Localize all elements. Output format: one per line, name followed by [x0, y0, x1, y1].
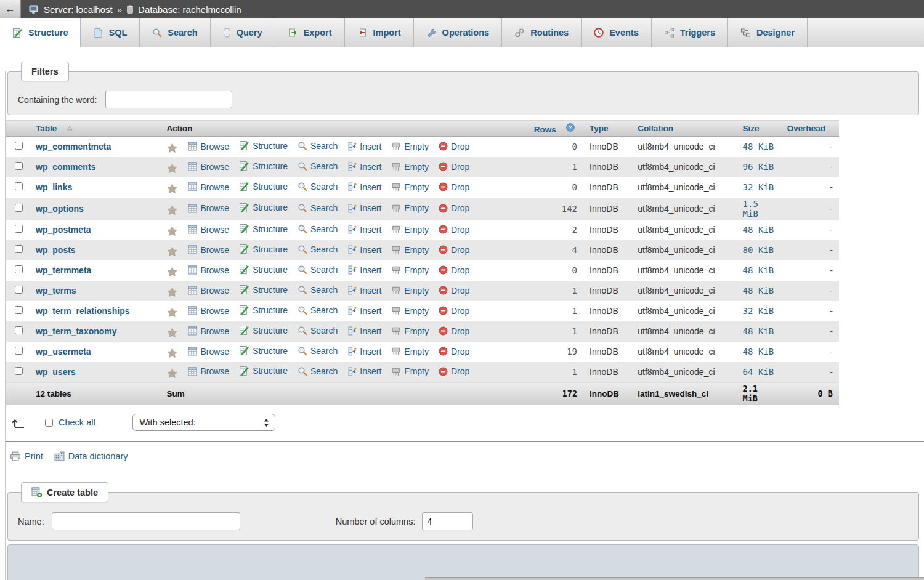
- structure-action-link[interactable]: Structure: [239, 244, 288, 254]
- row-checkbox[interactable]: [15, 162, 23, 170]
- sort-type-header[interactable]: Type: [590, 124, 609, 133]
- insert-action-link[interactable]: Insert: [347, 245, 381, 255]
- data-dictionary-link[interactable]: Data dictionary: [54, 451, 128, 461]
- empty-action-link[interactable]: Empty: [391, 286, 429, 296]
- favorite-star-icon[interactable]: [167, 205, 177, 215]
- favorite-star-icon[interactable]: [167, 163, 177, 173]
- row-checkbox[interactable]: [15, 204, 23, 212]
- sort-table-header[interactable]: Table: [36, 124, 57, 133]
- structure-action-link[interactable]: Structure: [239, 224, 288, 234]
- tab-search[interactable]: Search: [140, 18, 210, 47]
- drop-action-link[interactable]: Drop: [439, 225, 469, 235]
- sort-rows-header[interactable]: Rows: [534, 125, 556, 134]
- search-action-link[interactable]: Search: [298, 161, 338, 171]
- drop-action-link[interactable]: Drop: [439, 306, 469, 316]
- browse-action-link[interactable]: Browse: [188, 326, 229, 336]
- empty-action-link[interactable]: Empty: [391, 306, 429, 316]
- tab-structure[interactable]: Structure: [0, 18, 81, 47]
- empty-action-link[interactable]: Empty: [391, 182, 429, 192]
- tab-operations[interactable]: Operations: [414, 18, 503, 47]
- table-name-link[interactable]: wp_postmeta: [36, 225, 91, 235]
- search-action-link[interactable]: Search: [298, 224, 338, 234]
- insert-action-link[interactable]: Insert: [347, 162, 381, 172]
- favorite-star-icon[interactable]: [167, 328, 177, 337]
- empty-action-link[interactable]: Empty: [391, 225, 429, 235]
- table-name-link[interactable]: wp_comments: [36, 162, 95, 172]
- row-checkbox[interactable]: [15, 182, 23, 190]
- empty-action-link[interactable]: Empty: [391, 265, 429, 275]
- row-checkbox[interactable]: [15, 326, 23, 334]
- browse-action-link[interactable]: Browse: [188, 182, 229, 192]
- row-checkbox[interactable]: [15, 306, 23, 314]
- browse-action-link[interactable]: Browse: [188, 265, 229, 275]
- insert-action-link[interactable]: Insert: [347, 203, 381, 213]
- insert-action-link[interactable]: Insert: [347, 306, 381, 316]
- tab-events[interactable]: Events: [582, 18, 652, 47]
- browse-action-link[interactable]: Browse: [188, 225, 229, 235]
- favorite-star-icon[interactable]: [167, 307, 177, 317]
- breadcrumb-server-link[interactable]: Server: localhost: [44, 4, 113, 15]
- drop-action-link[interactable]: Drop: [439, 245, 469, 255]
- breadcrumb-database-link[interactable]: Database: rachelmccollin: [138, 4, 241, 15]
- row-checkbox[interactable]: [15, 265, 23, 273]
- structure-action-link[interactable]: Structure: [239, 181, 288, 191]
- browse-action-link[interactable]: Browse: [188, 366, 229, 376]
- sort-size-header[interactable]: Size: [743, 124, 760, 133]
- tab-import[interactable]: Import: [345, 18, 414, 47]
- tab-sql[interactable]: SQL: [81, 18, 140, 47]
- search-action-link[interactable]: Search: [298, 141, 338, 151]
- favorite-star-icon[interactable]: [167, 348, 177, 358]
- structure-action-link[interactable]: Structure: [239, 284, 288, 295]
- browse-action-link[interactable]: Browse: [188, 286, 229, 296]
- tab-query[interactable]: Query: [211, 18, 275, 47]
- row-checkbox[interactable]: [15, 142, 23, 150]
- drop-action-link[interactable]: Drop: [439, 162, 469, 172]
- table-name-input[interactable]: [52, 512, 240, 530]
- favorite-star-icon[interactable]: [167, 368, 177, 378]
- empty-action-link[interactable]: Empty: [391, 326, 429, 336]
- insert-action-link[interactable]: Insert: [347, 142, 381, 151]
- tab-routines[interactable]: Routines: [502, 18, 582, 47]
- empty-action-link[interactable]: Empty: [391, 142, 429, 151]
- empty-action-link[interactable]: Empty: [391, 347, 429, 356]
- row-checkbox[interactable]: [15, 286, 23, 294]
- table-name-link[interactable]: wp_terms: [36, 286, 76, 296]
- table-name-link[interactable]: wp_users: [36, 367, 76, 377]
- table-name-link[interactable]: wp_links: [36, 182, 72, 192]
- search-action-link[interactable]: Search: [298, 346, 338, 356]
- favorite-star-icon[interactable]: [167, 287, 177, 297]
- search-action-link[interactable]: Search: [298, 265, 338, 275]
- structure-action-link[interactable]: Structure: [239, 161, 288, 171]
- search-action-link[interactable]: Search: [298, 366, 338, 376]
- columns-count-input[interactable]: [422, 512, 473, 530]
- empty-action-link[interactable]: Empty: [391, 203, 429, 213]
- browse-action-link[interactable]: Browse: [188, 245, 229, 255]
- browse-action-link[interactable]: Browse: [188, 347, 229, 356]
- sort-collation-header[interactable]: Collation: [638, 124, 673, 133]
- favorite-star-icon[interactable]: [167, 267, 177, 276]
- row-checkbox[interactable]: [15, 347, 23, 355]
- favorite-star-icon[interactable]: [167, 143, 177, 153]
- search-action-link[interactable]: Search: [298, 203, 338, 213]
- favorite-star-icon[interactable]: [167, 226, 177, 236]
- empty-action-link[interactable]: Empty: [391, 245, 429, 255]
- row-checkbox[interactable]: [15, 225, 23, 233]
- structure-action-link[interactable]: Structure: [239, 203, 288, 213]
- print-link[interactable]: Print: [10, 451, 43, 461]
- back-button[interactable]: ←: [0, 0, 21, 18]
- browse-action-link[interactable]: Browse: [188, 162, 229, 172]
- structure-action-link[interactable]: Structure: [239, 140, 288, 151]
- drop-action-link[interactable]: Drop: [439, 326, 469, 336]
- help-icon[interactable]: ?: [566, 123, 575, 132]
- insert-action-link[interactable]: Insert: [347, 347, 381, 356]
- browse-action-link[interactable]: Browse: [188, 203, 229, 213]
- search-action-link[interactable]: Search: [298, 285, 338, 295]
- insert-action-link[interactable]: Insert: [347, 326, 381, 336]
- search-action-link[interactable]: Search: [298, 182, 338, 191]
- structure-action-link[interactable]: Structure: [239, 325, 288, 336]
- drop-action-link[interactable]: Drop: [439, 142, 469, 151]
- tab-triggers[interactable]: Triggers: [652, 18, 728, 47]
- drop-action-link[interactable]: Drop: [439, 366, 469, 376]
- check-all-checkbox[interactable]: [45, 419, 53, 427]
- structure-action-link[interactable]: Structure: [239, 366, 288, 376]
